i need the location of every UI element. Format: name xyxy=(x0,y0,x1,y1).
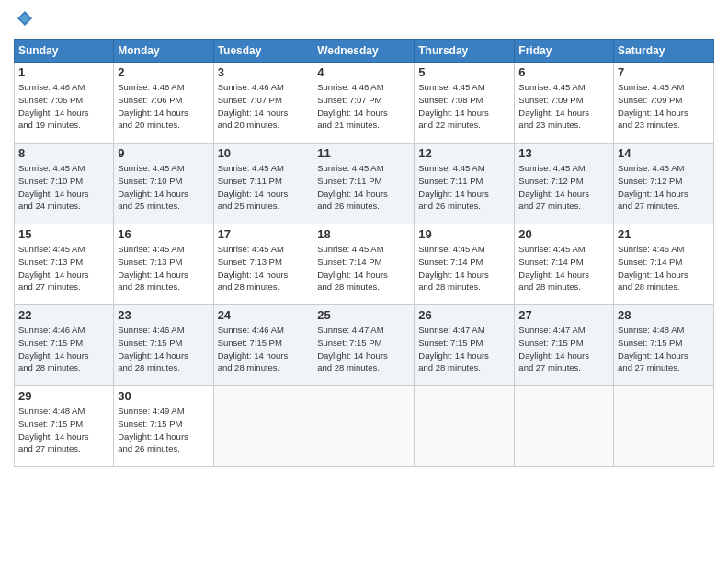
day-number: 12 xyxy=(418,146,510,160)
calendar-body: 1Sunrise: 4:46 AMSunset: 7:06 PMDaylight… xyxy=(15,63,714,467)
week-row-4: 22Sunrise: 4:46 AMSunset: 7:15 PMDayligh… xyxy=(15,305,714,386)
day-number: 6 xyxy=(518,65,609,79)
day-number: 10 xyxy=(218,146,310,160)
day-number: 27 xyxy=(518,308,609,322)
day-info: Sunrise: 4:48 AMSunset: 7:15 PMDaylight:… xyxy=(618,324,710,374)
day-number: 7 xyxy=(618,65,710,79)
calendar-cell: 26Sunrise: 4:47 AMSunset: 7:15 PMDayligh… xyxy=(415,305,515,386)
calendar-cell xyxy=(515,386,614,467)
calendar-cell: 27Sunrise: 4:47 AMSunset: 7:15 PMDayligh… xyxy=(515,305,614,386)
week-row-2: 8Sunrise: 4:45 AMSunset: 7:10 PMDaylight… xyxy=(15,144,714,224)
calendar-cell: 18Sunrise: 4:45 AMSunset: 7:14 PMDayligh… xyxy=(313,224,415,305)
day-info: Sunrise: 4:49 AMSunset: 7:15 PMDaylight:… xyxy=(118,405,209,455)
day-info: Sunrise: 4:46 AMSunset: 7:15 PMDaylight:… xyxy=(18,324,109,374)
day-number: 9 xyxy=(118,146,209,160)
day-info: Sunrise: 4:45 AMSunset: 7:09 PMDaylight:… xyxy=(518,81,609,132)
calendar-cell: 25Sunrise: 4:47 AMSunset: 7:15 PMDayligh… xyxy=(313,305,415,386)
calendar-cell: 10Sunrise: 4:45 AMSunset: 7:11 PMDayligh… xyxy=(213,144,313,224)
day-number: 26 xyxy=(418,308,510,322)
day-number: 15 xyxy=(18,227,109,241)
day-number: 20 xyxy=(518,227,609,241)
calendar-cell: 9Sunrise: 4:45 AMSunset: 7:10 PMDaylight… xyxy=(114,144,213,224)
logo-text xyxy=(14,9,34,31)
weekday-friday: Friday xyxy=(515,40,614,63)
day-info: Sunrise: 4:45 AMSunset: 7:11 PMDaylight:… xyxy=(317,162,410,213)
calendar-cell xyxy=(313,386,415,467)
day-info: Sunrise: 4:45 AMSunset: 7:10 PMDaylight:… xyxy=(18,162,109,213)
week-row-3: 15Sunrise: 4:45 AMSunset: 7:13 PMDayligh… xyxy=(15,224,714,305)
calendar-cell: 23Sunrise: 4:46 AMSunset: 7:15 PMDayligh… xyxy=(114,305,213,386)
weekday-row: SundayMondayTuesdayWednesdayThursdayFrid… xyxy=(15,40,714,63)
week-row-5: 29Sunrise: 4:48 AMSunset: 7:15 PMDayligh… xyxy=(15,386,714,467)
day-info: Sunrise: 4:45 AMSunset: 7:11 PMDaylight:… xyxy=(218,162,310,213)
weekday-sunday: Sunday xyxy=(15,40,114,63)
day-number: 13 xyxy=(518,146,609,160)
day-info: Sunrise: 4:47 AMSunset: 7:15 PMDaylight:… xyxy=(518,324,609,374)
day-info: Sunrise: 4:46 AMSunset: 7:06 PMDaylight:… xyxy=(118,81,209,132)
day-number: 18 xyxy=(317,227,410,241)
calendar-cell xyxy=(614,386,714,467)
day-number: 14 xyxy=(618,146,710,160)
day-info: Sunrise: 4:46 AMSunset: 7:15 PMDaylight:… xyxy=(218,324,310,374)
calendar-cell: 6Sunrise: 4:45 AMSunset: 7:09 PMDaylight… xyxy=(515,63,614,144)
day-number: 25 xyxy=(317,308,410,322)
day-number: 1 xyxy=(18,65,109,79)
day-number: 2 xyxy=(118,65,209,79)
day-number: 4 xyxy=(317,65,410,79)
day-number: 8 xyxy=(18,146,109,160)
calendar-cell: 19Sunrise: 4:45 AMSunset: 7:14 PMDayligh… xyxy=(415,224,515,305)
header xyxy=(14,9,714,31)
calendar-cell: 3Sunrise: 4:46 AMSunset: 7:07 PMDaylight… xyxy=(213,63,313,144)
day-number: 3 xyxy=(218,65,310,79)
day-number: 23 xyxy=(118,308,209,322)
day-info: Sunrise: 4:46 AMSunset: 7:15 PMDaylight:… xyxy=(118,324,209,374)
calendar-cell: 13Sunrise: 4:45 AMSunset: 7:12 PMDayligh… xyxy=(515,144,614,224)
day-info: Sunrise: 4:45 AMSunset: 7:14 PMDaylight:… xyxy=(317,243,410,293)
day-number: 24 xyxy=(218,308,310,322)
day-info: Sunrise: 4:47 AMSunset: 7:15 PMDaylight:… xyxy=(317,324,410,374)
weekday-monday: Monday xyxy=(114,40,213,63)
calendar-cell: 4Sunrise: 4:46 AMSunset: 7:07 PMDaylight… xyxy=(313,63,415,144)
day-info: Sunrise: 4:46 AMSunset: 7:07 PMDaylight:… xyxy=(218,81,310,132)
calendar-header: SundayMondayTuesdayWednesdayThursdayFrid… xyxy=(15,40,714,63)
day-info: Sunrise: 4:46 AMSunset: 7:06 PMDaylight:… xyxy=(18,81,109,132)
day-info: Sunrise: 4:45 AMSunset: 7:10 PMDaylight:… xyxy=(118,162,209,213)
logo-icon xyxy=(16,9,34,31)
day-number: 28 xyxy=(618,308,710,322)
calendar-cell: 8Sunrise: 4:45 AMSunset: 7:10 PMDaylight… xyxy=(15,144,114,224)
day-info: Sunrise: 4:45 AMSunset: 7:14 PMDaylight:… xyxy=(418,243,510,293)
day-info: Sunrise: 4:45 AMSunset: 7:12 PMDaylight:… xyxy=(518,162,609,213)
calendar-cell: 14Sunrise: 4:45 AMSunset: 7:12 PMDayligh… xyxy=(614,144,714,224)
calendar-cell: 16Sunrise: 4:45 AMSunset: 7:13 PMDayligh… xyxy=(114,224,213,305)
day-info: Sunrise: 4:47 AMSunset: 7:15 PMDaylight:… xyxy=(418,324,510,374)
calendar-cell: 20Sunrise: 4:45 AMSunset: 7:14 PMDayligh… xyxy=(515,224,614,305)
calendar: SundayMondayTuesdayWednesdayThursdayFrid… xyxy=(14,39,714,467)
calendar-cell: 22Sunrise: 4:46 AMSunset: 7:15 PMDayligh… xyxy=(15,305,114,386)
day-number: 21 xyxy=(618,227,710,241)
calendar-cell: 21Sunrise: 4:46 AMSunset: 7:14 PMDayligh… xyxy=(614,224,714,305)
day-number: 16 xyxy=(118,227,209,241)
day-info: Sunrise: 4:45 AMSunset: 7:12 PMDaylight:… xyxy=(618,162,710,213)
calendar-cell: 2Sunrise: 4:46 AMSunset: 7:06 PMDaylight… xyxy=(114,63,213,144)
day-info: Sunrise: 4:45 AMSunset: 7:13 PMDaylight:… xyxy=(118,243,209,293)
day-number: 19 xyxy=(418,227,510,241)
calendar-cell: 24Sunrise: 4:46 AMSunset: 7:15 PMDayligh… xyxy=(213,305,313,386)
calendar-cell: 17Sunrise: 4:45 AMSunset: 7:13 PMDayligh… xyxy=(213,224,313,305)
day-info: Sunrise: 4:46 AMSunset: 7:14 PMDaylight:… xyxy=(618,243,710,293)
weekday-saturday: Saturday xyxy=(614,40,714,63)
calendar-cell xyxy=(213,386,313,467)
day-number: 11 xyxy=(317,146,410,160)
day-info: Sunrise: 4:45 AMSunset: 7:08 PMDaylight:… xyxy=(418,81,510,132)
weekday-wednesday: Wednesday xyxy=(313,40,415,63)
calendar-cell: 12Sunrise: 4:45 AMSunset: 7:11 PMDayligh… xyxy=(415,144,515,224)
logo xyxy=(14,9,34,31)
day-number: 5 xyxy=(418,65,510,79)
calendar-cell: 7Sunrise: 4:45 AMSunset: 7:09 PMDaylight… xyxy=(614,63,714,144)
day-info: Sunrise: 4:45 AMSunset: 7:11 PMDaylight:… xyxy=(418,162,510,213)
day-info: Sunrise: 4:46 AMSunset: 7:07 PMDaylight:… xyxy=(317,81,410,132)
page: SundayMondayTuesdayWednesdayThursdayFrid… xyxy=(0,0,728,563)
weekday-thursday: Thursday xyxy=(415,40,515,63)
day-info: Sunrise: 4:45 AMSunset: 7:13 PMDaylight:… xyxy=(18,243,109,293)
day-number: 22 xyxy=(18,308,109,322)
day-info: Sunrise: 4:48 AMSunset: 7:15 PMDaylight:… xyxy=(18,405,109,455)
